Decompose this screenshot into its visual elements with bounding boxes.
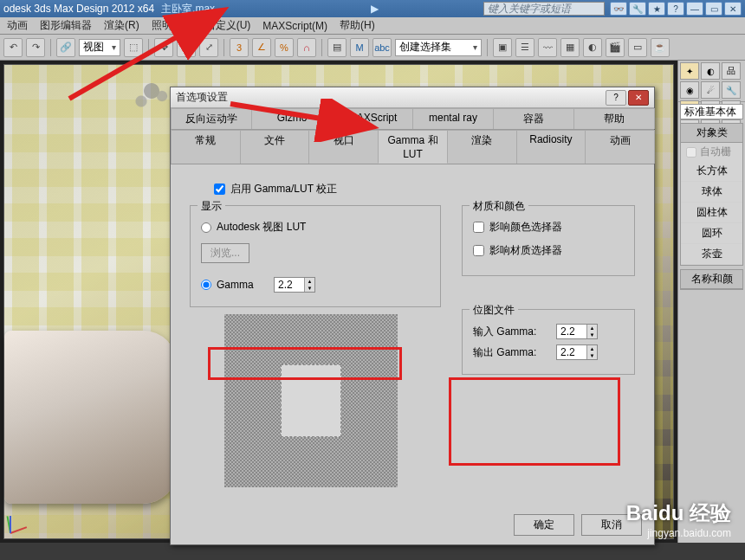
browse-button[interactable]: 浏览... (201, 243, 249, 263)
menu-help[interactable]: 帮助(H) (340, 18, 375, 33)
prim-teapot[interactable]: 茶壶 (681, 244, 742, 265)
snap-button[interactable]: 3 (230, 38, 249, 57)
view-select[interactable]: 视图 (79, 39, 120, 56)
schematic-button[interactable]: ▦ (560, 38, 580, 57)
utilities-tab[interactable]: 🔧 (722, 81, 741, 99)
align-button[interactable]: ▣ (493, 38, 512, 57)
dialog-close-button[interactable]: ✕ (628, 90, 649, 106)
tab-container[interactable]: 容器 (493, 108, 574, 129)
output-gamma-spinner[interactable]: 2.2▲▼ (556, 344, 598, 360)
minimize-button[interactable]: — (686, 2, 703, 16)
primitive-type-dropdown[interactable]: 标准基本体 (680, 104, 743, 119)
watermark: Baidu 经验 jingyan.baidu.com (626, 499, 731, 539)
output-gamma-label: 输出 Gamma: (473, 345, 551, 360)
app-title: odesk 3ds Max Design 2012 x64 (3, 3, 154, 15)
quick-render-button[interactable]: ☕ (651, 38, 670, 57)
preferences-dialog: 首选项设置 ? ✕ 反向运动学 Gizmo MAXScript mental r… (170, 87, 655, 545)
mirror-button[interactable]: M (350, 38, 369, 57)
angle-snap-button[interactable]: ∠ (252, 38, 271, 57)
prim-torus[interactable]: 圆环 (681, 223, 742, 244)
hierarchy-tab[interactable]: 品 (722, 62, 741, 80)
tab-gizmo[interactable]: Gizmo (251, 108, 333, 129)
undo-button[interactable]: ↶ (3, 38, 23, 57)
prim-box[interactable]: 长方体 (681, 161, 742, 182)
menu-bar: 动画 图形编辑器 渲染(R) 照明分析 自定义(U) MAXScript(M) … (0, 17, 745, 35)
close-button[interactable]: ✕ (724, 2, 742, 16)
tool-1[interactable]: ⬚ (124, 38, 143, 57)
tab-animation[interactable]: 动画 (585, 130, 655, 164)
display-group: 显示 Autodesk 视图 LUT 浏览... Gamma 2.2 ▲▼ (190, 205, 441, 307)
selection-set-dropdown[interactable]: 创建选择集 (395, 39, 482, 56)
ok-button[interactable]: 确定 (514, 514, 574, 536)
modify-tab[interactable]: ◐ (701, 62, 720, 80)
gamma-spinner[interactable]: 2.2 ▲▼ (274, 277, 315, 293)
name-color-header[interactable]: 名称和颜 (681, 270, 742, 289)
create-tab[interactable]: ✦ (680, 62, 699, 80)
tab-gamma-lut[interactable]: Gamma 和 LUT (378, 130, 448, 164)
gamma-preview (224, 314, 398, 487)
menu-maxscript[interactable]: MAXScript(M) (262, 20, 327, 32)
maximize-button[interactable]: ▭ (705, 2, 722, 16)
axis-triad (10, 499, 44, 533)
input-gamma-label: 输入 Gamma: (473, 325, 551, 339)
bitmap-legend: 位图文件 (470, 303, 518, 318)
text-icon[interactable]: abc (372, 38, 392, 57)
obj-type-header[interactable]: 对象类 (681, 124, 742, 143)
status-bar (0, 543, 745, 560)
main-toolbar: ↶ ↷ 🔗 视图 ⬚ ✥ ⟳ ⤢ 3 ∠ % ∩ ▤ M abc 创建选择集 ▣… (0, 35, 745, 61)
move-button[interactable]: ✥ (154, 38, 173, 57)
menu-lighting[interactable]: 照明分析 (152, 18, 193, 33)
gamma-radio[interactable]: Gamma 2.2 ▲▼ (201, 277, 430, 293)
search-input[interactable]: 键入关键字或短语 (483, 2, 605, 16)
material-editor-button[interactable]: ◐ (583, 38, 602, 57)
magnet-icon[interactable]: ∩ (297, 38, 316, 57)
rotate-button[interactable]: ⟳ (177, 38, 196, 57)
curve-editor-button[interactable]: 〰 (538, 38, 557, 57)
dialog-title: 首选项设置 (176, 90, 604, 105)
tab-help[interactable]: 帮助 (573, 108, 655, 129)
prim-sphere[interactable]: 球体 (681, 182, 742, 203)
enable-gamma-label: 启用 Gamma/LUT 校正 (230, 182, 337, 196)
affect-material-checkbox[interactable]: 影响材质选择器 (473, 243, 624, 258)
tab-viewport[interactable]: 视口 (308, 130, 379, 164)
autogrid-check[interactable]: 自动栅 (681, 143, 742, 161)
autodesk-lut-radio[interactable]: Autodesk 视图 LUT (201, 220, 430, 235)
menu-anim[interactable]: 动画 (7, 18, 28, 33)
menu-render[interactable]: 渲染(R) (104, 18, 139, 33)
help-icon[interactable]: ? (667, 2, 684, 16)
percent-snap-button[interactable]: % (275, 38, 294, 57)
tab-render[interactable]: 渲染 (447, 130, 517, 164)
affect-color-checkbox[interactable]: 影响颜色选择器 (473, 220, 624, 235)
tab-files[interactable]: 文件 (240, 130, 310, 164)
title-arrow-icon: ▶ (371, 3, 379, 15)
scale-button[interactable]: ⤢ (199, 38, 218, 57)
manage-selection-button[interactable]: ▤ (327, 38, 347, 57)
binoculars-icon[interactable]: 👓 (610, 2, 627, 16)
file-name: 主卧室.max (161, 2, 215, 16)
menu-customize[interactable]: 自定义(U) (205, 18, 251, 33)
tab-mentalray[interactable]: mental ray (412, 108, 494, 129)
render-setup-button[interactable]: 🎬 (606, 38, 625, 57)
redo-button[interactable]: ↷ (26, 38, 45, 57)
motion-tab[interactable]: ◉ (680, 81, 699, 99)
display-legend: 显示 (198, 199, 225, 214)
input-gamma-spinner[interactable]: 2.2▲▼ (556, 324, 598, 339)
star-icon[interactable]: ★ (648, 2, 665, 16)
tool-icon[interactable]: 🔧 (629, 2, 646, 16)
material-legend: 材质和颜色 (470, 199, 528, 214)
command-panel: ✦ ◐ 品 ◉ ☄ 🔧 ◯ ⬭ ☀ 📷 ✚ ✱ 标准基本体 对象类 自动栅 长方… (677, 61, 745, 543)
link-button[interactable]: 🔗 (56, 38, 75, 57)
tab-maxscript[interactable]: MAXScript (332, 108, 413, 129)
tab-general[interactable]: 常规 (171, 130, 241, 164)
tab-ik[interactable]: 反向运动学 (171, 108, 252, 129)
display-tab[interactable]: ☄ (701, 81, 720, 99)
prim-cylinder[interactable]: 圆柱体 (681, 203, 742, 223)
tab-radiosity[interactable]: Radiosity (516, 130, 586, 164)
enable-gamma-checkbox[interactable]: 启用 Gamma/LUT 校正 (214, 182, 635, 196)
menu-graph[interactable]: 图形编辑器 (40, 18, 92, 33)
bitmap-group: 位图文件 输入 Gamma: 2.2▲▼ 输出 Gamma: 2.2▲▼ (462, 309, 635, 375)
layers-button[interactable]: ☰ (515, 38, 534, 57)
dialog-help-button[interactable]: ? (606, 90, 626, 106)
material-group: 材质和颜色 影响颜色选择器 影响材质选择器 (462, 205, 635, 276)
render-frame-button[interactable]: ▭ (628, 38, 647, 57)
